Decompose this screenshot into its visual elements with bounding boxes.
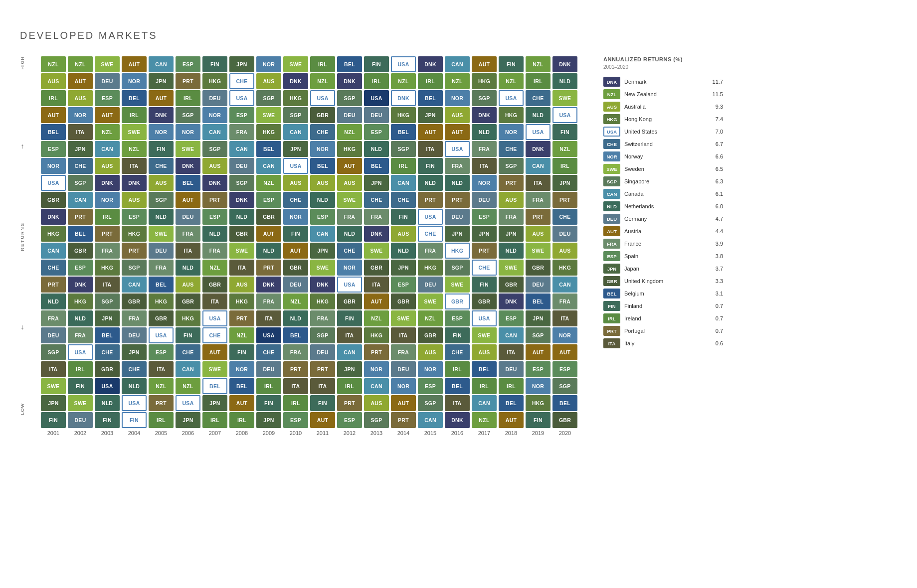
- grid-cell: DEU: [149, 243, 174, 259]
- grid-cell: PRT: [283, 361, 308, 377]
- legend-return-value: 0.6: [716, 340, 723, 346]
- grid-cell: AUS: [445, 107, 470, 123]
- legend-item: CHESwitzerland6.7: [603, 139, 723, 149]
- grid-cell: GBR: [364, 260, 389, 276]
- x-axis-label: 2010: [283, 430, 308, 436]
- grid-cell: DNK: [229, 192, 254, 208]
- grid-cell: AUS: [472, 344, 497, 360]
- grid-cell: JPN: [95, 310, 120, 326]
- grid-cell: AUT: [202, 344, 227, 360]
- legend-return-value: 0.7: [716, 328, 723, 334]
- grid-cell: FIN: [176, 327, 200, 343]
- legend-item: NLDNetherlands6.0: [603, 201, 723, 211]
- grid-cell: ITA: [229, 260, 254, 276]
- grid-cell: NLD: [68, 310, 93, 326]
- grid-cell: NLD: [526, 107, 550, 123]
- grid-cell: NOR: [364, 361, 389, 377]
- grid-cell: SGP: [526, 327, 550, 343]
- x-axis-label: 2011: [310, 430, 335, 436]
- grid-cell: USA: [526, 124, 550, 140]
- grid-cell: NZL: [95, 124, 120, 140]
- grid-cell: IRL: [337, 378, 362, 394]
- legend-item: BELBelgium3.1: [603, 289, 723, 298]
- grid-cell: PRT: [337, 395, 362, 411]
- grid-cell: PRT: [391, 412, 416, 428]
- grid-cell: DNK: [68, 277, 93, 293]
- grid-cell: FRA: [122, 310, 147, 326]
- grid-cell: SWE: [499, 260, 524, 276]
- grid-cell: DEU: [95, 73, 120, 89]
- grid-cell: AUT: [418, 124, 443, 140]
- grid-cell: ESP: [526, 361, 550, 377]
- grid-cell: CHE: [418, 226, 443, 242]
- x-axis-label: 2012: [337, 430, 362, 436]
- grid-cell: AUT: [337, 158, 362, 174]
- grid-cell: SGP: [176, 107, 200, 123]
- grid-cell: NZL: [364, 310, 389, 326]
- grid-cell: USA: [68, 344, 93, 360]
- grid-cell: ITA: [41, 361, 66, 377]
- grid-cell: HKG: [68, 294, 93, 309]
- grid-cell: SGP: [499, 158, 524, 174]
- legend-item: AUTAustria4.4: [603, 226, 723, 236]
- x-axis-label: 2008: [229, 430, 254, 436]
- grid-cell: SWE: [445, 277, 470, 293]
- grid-cell: SGP: [149, 192, 174, 208]
- grid-cell: NZL: [337, 124, 362, 140]
- grid-cell: BEL: [364, 158, 389, 174]
- grid-cell: ESP: [95, 90, 120, 106]
- grid-cell: HKG: [176, 310, 200, 326]
- grid-cell: DNK: [41, 209, 66, 225]
- grid-cell: USA: [310, 90, 335, 106]
- grid-cell: IRL: [364, 73, 389, 89]
- grid-cell: SWE: [337, 192, 362, 208]
- x-axis-label: 2006: [176, 430, 200, 436]
- grid-cell: AUT: [122, 56, 147, 72]
- grid-cell: NOR: [41, 158, 66, 174]
- grid-cell: NLD: [310, 192, 335, 208]
- grid-cell: AUS: [229, 277, 254, 293]
- grid-cell: PRT: [95, 226, 120, 242]
- legend-country-name: Singapore: [624, 178, 712, 184]
- grid-cell: BEL: [391, 124, 416, 140]
- legend-country-name: Australia: [624, 104, 712, 110]
- grid-cell: ESP: [202, 209, 227, 225]
- grid-cell: SGP: [445, 260, 470, 276]
- grid-cell: IRL: [95, 209, 120, 225]
- grid-cell: BEL: [176, 175, 200, 191]
- grid-cell: AUS: [176, 277, 200, 293]
- grid-cell: DNK: [499, 294, 524, 309]
- grid-cell: USA: [445, 141, 470, 157]
- x-axis-label: 2016: [445, 430, 470, 436]
- grid-cell: AUS: [149, 175, 174, 191]
- grid-cell: FRA: [41, 310, 66, 326]
- grid-cell: HKG: [445, 243, 470, 259]
- grid-cell: BEL: [122, 90, 147, 106]
- grid-cell: FRA: [418, 243, 443, 259]
- grid-cell: AUT: [364, 294, 389, 309]
- legend-return-value: 11.5: [713, 91, 723, 97]
- grid-cell: ESP: [176, 56, 200, 72]
- grid-cell: HKG: [283, 90, 308, 106]
- grid-cell: GBR: [256, 209, 281, 225]
- grid-cell: JPN: [176, 412, 200, 428]
- grid-cell: AUS: [552, 243, 577, 259]
- grid-cell: NLD: [229, 209, 254, 225]
- grid-cell: FRA: [95, 243, 120, 259]
- legend-item: AUSAustralia9.3: [603, 102, 723, 112]
- grid-cell: ITA: [176, 243, 200, 259]
- legend-item: JPNJapan3.7: [603, 264, 723, 274]
- legend-item: USAUnited States7.0: [603, 127, 723, 137]
- grid-cell: CHE: [364, 192, 389, 208]
- grid-cell: HKG: [310, 294, 335, 309]
- grid-cell: NZL: [68, 56, 93, 72]
- legend-badge: IRL: [603, 313, 620, 323]
- grid-cell: CAN: [552, 277, 577, 293]
- grid-cell: BEL: [149, 277, 174, 293]
- grid-cell: IRL: [122, 107, 147, 123]
- grid-cell: SWE: [364, 243, 389, 259]
- legend-country-name: Ireland: [624, 315, 712, 321]
- grid-cell: IRL: [445, 361, 470, 377]
- grid-cell: SGP: [68, 175, 93, 191]
- grid-cell: GBR: [391, 294, 416, 309]
